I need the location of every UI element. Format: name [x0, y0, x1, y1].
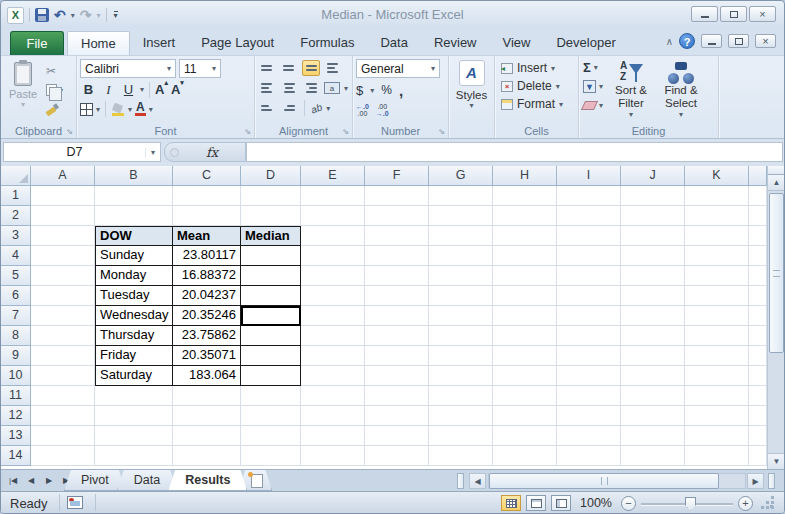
bottom-align-button[interactable]	[302, 60, 320, 76]
cell-K9[interactable]	[685, 346, 749, 366]
column-header-K[interactable]: K	[685, 166, 749, 186]
cell-F5[interactable]	[365, 266, 429, 286]
cell-B10[interactable]: Saturday	[95, 366, 173, 386]
tab-page-layout[interactable]: Page Layout	[188, 31, 287, 55]
cell-H2[interactable]	[493, 206, 557, 226]
sort-filter-button[interactable]: AZ Sort & Filter ▾	[609, 60, 653, 123]
tab-home[interactable]: Home	[67, 31, 130, 55]
comma-style-button[interactable]: ,	[399, 82, 403, 99]
cell-D13[interactable]	[241, 426, 301, 446]
tab-formulas[interactable]: Formulas	[287, 31, 367, 55]
fill-button[interactable]: ▼▾	[583, 79, 603, 94]
center-button[interactable]	[280, 80, 298, 96]
cell-K5[interactable]	[685, 266, 749, 286]
cell-G1[interactable]	[429, 186, 493, 206]
column-header-G[interactable]: G	[429, 166, 493, 186]
insert-function-icon[interactable]: fx	[179, 145, 245, 160]
cell-G9[interactable]	[429, 346, 493, 366]
styles-icon[interactable]: A	[459, 60, 485, 86]
wrap-text-button[interactable]	[324, 60, 342, 76]
cell-I1[interactable]	[557, 186, 621, 206]
cell-J10[interactable]	[621, 366, 685, 386]
cell-D6[interactable]	[241, 286, 301, 306]
column-header-E[interactable]: E	[301, 166, 365, 186]
cell-C7[interactable]: 20.35246	[173, 306, 241, 326]
cell-G4[interactable]	[429, 246, 493, 266]
font-color-icon[interactable]: A	[135, 102, 146, 116]
cell-C4[interactable]: 23.80117	[173, 246, 241, 266]
cell-I7[interactable]	[557, 306, 621, 326]
cell-D12[interactable]	[241, 406, 301, 426]
cell-C11[interactable]	[173, 386, 241, 406]
cell-F12[interactable]	[365, 406, 429, 426]
cell-A7[interactable]	[31, 306, 95, 326]
tab-insert[interactable]: Insert	[130, 31, 189, 55]
cell-K3[interactable]	[685, 226, 749, 246]
cell-E7[interactable]	[301, 306, 365, 326]
cell-F11[interactable]	[365, 386, 429, 406]
cell-A13[interactable]	[31, 426, 95, 446]
cell-E1[interactable]	[301, 186, 365, 206]
cell-G13[interactable]	[429, 426, 493, 446]
macro-record-icon[interactable]	[67, 496, 83, 509]
cell-I9[interactable]	[557, 346, 621, 366]
cell-E9[interactable]	[301, 346, 365, 366]
first-sheet-button[interactable]: |◀	[5, 472, 21, 489]
cell-E13[interactable]	[301, 426, 365, 446]
cell-J3[interactable]	[621, 226, 685, 246]
cell-I12[interactable]	[557, 406, 621, 426]
cell-D3[interactable]: Median	[241, 226, 301, 246]
cell-E10[interactable]	[301, 366, 365, 386]
cell-D14[interactable]	[241, 446, 301, 466]
cell-H4[interactable]	[493, 246, 557, 266]
column-header-I[interactable]: I	[557, 166, 621, 186]
cell-G10[interactable]	[429, 366, 493, 386]
font-size-combo[interactable]: 11 ▾	[179, 59, 221, 78]
cell-J5[interactable]	[621, 266, 685, 286]
cell-C8[interactable]: 23.75862	[173, 326, 241, 346]
row-header-14[interactable]: 14	[1, 446, 31, 466]
top-align-button[interactable]	[258, 60, 276, 76]
cell-E12[interactable]	[301, 406, 365, 426]
number-format-combo[interactable]: General ▾	[356, 59, 440, 78]
sheet-tab-pivot[interactable]: Pivot	[64, 470, 126, 491]
cell-A10[interactable]	[31, 366, 95, 386]
cell-I5[interactable]	[557, 266, 621, 286]
zoom-in-button[interactable]: +	[738, 496, 753, 511]
cell-I11[interactable]	[557, 386, 621, 406]
cell-G3[interactable]	[429, 226, 493, 246]
cell-A14[interactable]	[31, 446, 95, 466]
merge-center-dropdown-icon[interactable]: ▾	[344, 84, 348, 93]
cell-H3[interactable]	[493, 226, 557, 246]
cell-C14[interactable]	[173, 446, 241, 466]
cell-B4[interactable]: Sunday	[95, 246, 173, 266]
cell-G5[interactable]	[429, 266, 493, 286]
cell-C9[interactable]: 20.35071	[173, 346, 241, 366]
scroll-down-button[interactable]: ▼	[768, 453, 785, 469]
cell-I2[interactable]	[557, 206, 621, 226]
row-header-12[interactable]: 12	[1, 406, 31, 426]
borders-icon[interactable]	[80, 103, 93, 116]
styles-label[interactable]: Styles	[456, 89, 487, 101]
merge-center-button[interactable]: a	[324, 82, 340, 94]
cell-I6[interactable]	[557, 286, 621, 306]
underline-button[interactable]: U	[120, 81, 137, 98]
cell-C12[interactable]	[173, 406, 241, 426]
cell-I14[interactable]	[557, 446, 621, 466]
tab-split-handle[interactable]	[457, 473, 464, 489]
cell-J9[interactable]	[621, 346, 685, 366]
cell-C3[interactable]: Mean	[173, 226, 241, 246]
cell-E2[interactable]	[301, 206, 365, 226]
cell-G14[interactable]	[429, 446, 493, 466]
cell-J13[interactable]	[621, 426, 685, 446]
column-header-H[interactable]: H	[493, 166, 557, 186]
grow-font-button[interactable]: A▴	[155, 82, 168, 97]
tab-review[interactable]: Review	[421, 31, 490, 55]
cell-K6[interactable]	[685, 286, 749, 306]
cell-D7[interactable]	[241, 306, 301, 326]
cell-D4[interactable]	[241, 246, 301, 266]
cell-J11[interactable]	[621, 386, 685, 406]
select-all-corner[interactable]	[1, 166, 31, 186]
orientation-button[interactable]: ab	[309, 101, 323, 115]
cell-G12[interactable]	[429, 406, 493, 426]
